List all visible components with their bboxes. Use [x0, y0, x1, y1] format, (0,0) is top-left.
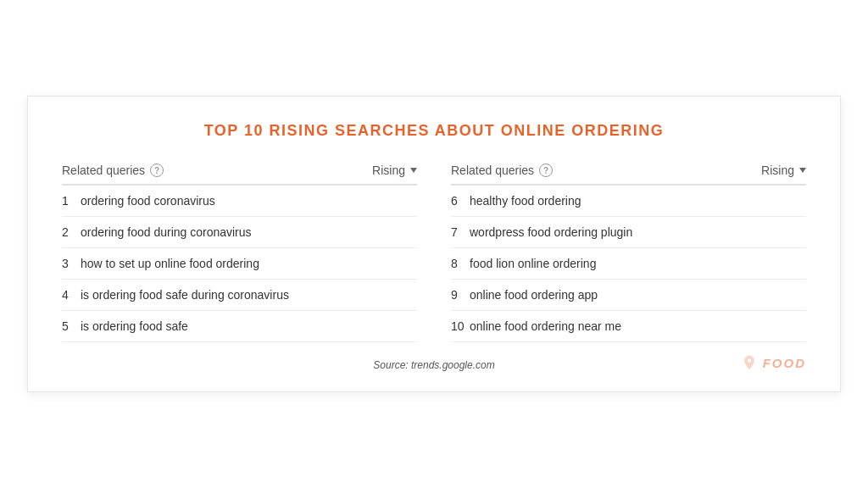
table-row: 10 online food ordering near me	[451, 311, 806, 342]
table-row: 5 is ordering food safe	[62, 311, 417, 342]
row-text: wordpress food ordering plugin	[470, 225, 632, 239]
source-text: Source: trends.google.com	[373, 359, 494, 371]
table-row: 6 healthy food ordering	[451, 186, 806, 217]
right-related-queries-label: Related queries	[451, 164, 534, 177]
row-text: is ordering food safe during coronavirus	[81, 288, 289, 302]
brand-text: FOOD	[763, 356, 806, 370]
right-table-body: 6 healthy food ordering 7 wordpress food…	[451, 186, 806, 342]
left-sort-label: Rising	[372, 164, 405, 177]
table-row: 9 online food ordering app	[451, 280, 806, 311]
row-text: online food ordering near me	[470, 319, 621, 333]
right-table-header: Related queries ? Rising	[451, 164, 806, 186]
footer: Source: trends.google.com FOOD	[62, 359, 806, 371]
table-row: 2 ordering food during coronavirus	[62, 217, 417, 248]
right-table-header-left: Related queries ?	[451, 164, 553, 177]
right-dropdown-arrow-icon	[799, 168, 806, 173]
row-text: healthy food ordering	[470, 194, 581, 208]
table-row: 3 how to set up online food ordering	[62, 248, 417, 280]
left-sort-control[interactable]: Rising	[372, 164, 417, 177]
table-row: 8 food lion online ordering	[451, 248, 806, 280]
table-row: 4 is ordering food safe during coronavir…	[62, 280, 417, 311]
left-table-header-left: Related queries ?	[62, 164, 164, 177]
row-text: food lion online ordering	[470, 257, 596, 270]
row-number: 5	[62, 319, 81, 333]
table-row: 1 ordering food coronavirus	[62, 186, 417, 217]
row-number: 2	[62, 225, 81, 239]
row-number: 3	[62, 257, 81, 270]
row-number: 8	[451, 257, 470, 270]
left-table-section: Related queries ? Rising 1 ordering food…	[62, 164, 417, 342]
row-number: 6	[451, 194, 470, 208]
left-dropdown-arrow-icon	[410, 168, 417, 173]
right-sort-control[interactable]: Rising	[761, 164, 806, 177]
left-table-body: 1 ordering food coronavirus 2 ordering f…	[62, 186, 417, 342]
main-card: TOP 10 RISING SEARCHES ABOUT ONLINE ORDE…	[27, 96, 841, 392]
location-pin-icon	[741, 354, 758, 371]
right-sort-label: Rising	[761, 164, 794, 177]
row-number: 10	[451, 319, 470, 333]
row-number: 9	[451, 288, 470, 302]
tables-container: Related queries ? Rising 1 ordering food…	[62, 164, 806, 342]
left-help-icon[interactable]: ?	[150, 164, 164, 177]
row-text: how to set up online food ordering	[81, 257, 259, 270]
table-row: 7 wordpress food ordering plugin	[451, 217, 806, 248]
row-text: ordering food coronavirus	[81, 194, 215, 208]
main-title: TOP 10 RISING SEARCHES ABOUT ONLINE ORDE…	[62, 122, 806, 140]
row-number: 1	[62, 194, 81, 208]
row-number: 4	[62, 288, 81, 302]
brand-logo: FOOD	[741, 354, 806, 371]
row-text: ordering food during coronavirus	[81, 225, 252, 239]
left-related-queries-label: Related queries	[62, 164, 145, 177]
left-table-header: Related queries ? Rising	[62, 164, 417, 186]
right-table-section: Related queries ? Rising 6 healthy food …	[451, 164, 806, 342]
right-help-icon[interactable]: ?	[539, 164, 553, 177]
row-text: online food ordering app	[470, 288, 598, 302]
row-number: 7	[451, 225, 470, 239]
row-text: is ordering food safe	[81, 319, 188, 333]
